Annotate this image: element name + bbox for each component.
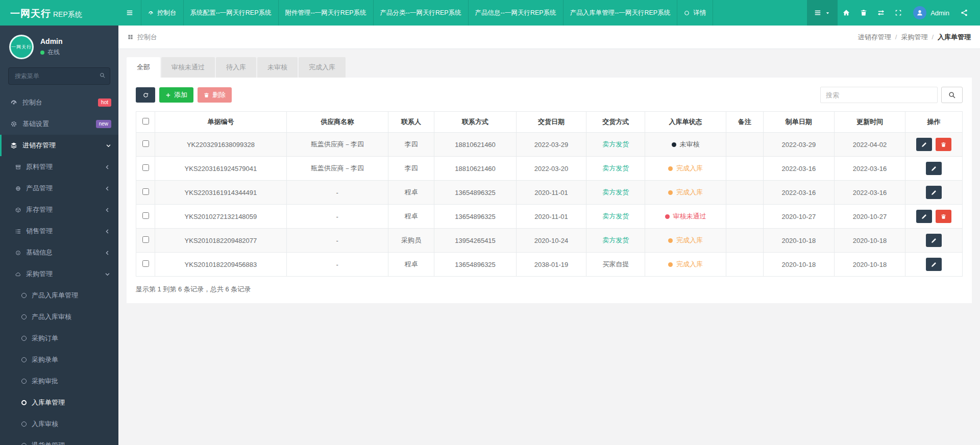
sidebar-item-stock-mgmt[interactable]: 库存管理 (0, 199, 118, 220)
topbar-tab-system-config[interactable]: 系统配置--一网天行REP系统 (183, 0, 278, 26)
user-icon (916, 9, 923, 16)
profile-section: 一网天行 Admin 在线 (0, 26, 118, 66)
edit-button[interactable] (926, 162, 942, 175)
cell-contact: 程卓 (388, 181, 434, 205)
filter-tab-to-inbound[interactable]: 待入库 (216, 57, 256, 78)
menu-label: 基础信息 (26, 248, 53, 257)
topbar-tab-detail[interactable]: 详情 (677, 0, 713, 26)
cell-remark (726, 253, 763, 277)
user-menu[interactable]: Admin (907, 6, 955, 19)
share-button[interactable] (955, 0, 973, 26)
cell-remark (726, 181, 763, 205)
edit-button[interactable] (916, 138, 932, 151)
delete-button[interactable]: 删除 (198, 87, 232, 103)
home-button[interactable] (838, 0, 855, 26)
col-remark: 备注 (726, 112, 763, 133)
row-checkbox[interactable] (142, 212, 149, 219)
edit-button[interactable] (926, 186, 942, 199)
edit-button[interactable] (916, 210, 932, 223)
sidebar-item-product-inbound-order-mgmt[interactable]: 产品入库单管理 (0, 285, 118, 306)
sidebar-item-raw-material-mgmt[interactable]: 原料管理 (0, 156, 118, 178)
cube-icon (15, 207, 21, 213)
search-button[interactable] (941, 87, 963, 103)
sidebar-item-product-inbound-review[interactable]: 产品入库审核 (0, 306, 118, 328)
menu-label: 采购审批 (32, 377, 58, 386)
menu-label: 入库审核 (32, 419, 58, 429)
row-checkbox[interactable] (142, 164, 149, 171)
cell-created: 2020-10-18 (763, 253, 834, 277)
sidebar-item-product-mgmt[interactable]: 产品管理 (0, 178, 118, 199)
cell-supplier: - (286, 253, 388, 277)
row-checkbox[interactable] (142, 140, 149, 147)
row-checkbox[interactable] (142, 236, 149, 243)
topbar-tab-console[interactable]: 控制台 (141, 0, 183, 26)
clear-cache-button[interactable] (855, 0, 872, 26)
menu-icon (814, 9, 821, 16)
sidebar-item-basic-info[interactable]: 基础信息 (0, 242, 118, 263)
filter-tab-all[interactable]: 全部 (127, 57, 160, 78)
edit-button[interactable] (926, 234, 942, 247)
sidebar: 一网天行 Admin 在线 控制台 hot 基础设置 (0, 26, 118, 445)
sidebar-item-basic-settings[interactable]: 基础设置 new (0, 113, 118, 135)
cell-delivery-method: 卖方发货 (586, 133, 645, 157)
sidebar-item-inventory-mgmt[interactable]: 进销存管理 (0, 135, 118, 156)
select-all-checkbox[interactable] (142, 118, 149, 125)
row-delete-button[interactable] (936, 210, 951, 223)
sidebar-toggle-button[interactable] (118, 0, 141, 26)
col-delivery-method: 交货方式 (586, 112, 645, 133)
topbar-tab-inbound-order-mgmt[interactable]: 产品入库单管理--一网天行REP系统 (563, 0, 677, 26)
row-delete-button[interactable] (936, 138, 951, 151)
sidebar-item-inbound-review[interactable]: 入库审核 (0, 413, 118, 435)
tab-label: 详情 (693, 9, 706, 17)
breadcrumb-item[interactable]: 进销存管理 (858, 33, 891, 42)
cell-updated: 2022-03-16 (834, 181, 905, 205)
online-status: 在线 (40, 48, 63, 57)
layout-menu-dropdown[interactable] (807, 0, 838, 26)
table-search-input[interactable] (820, 87, 938, 103)
menu-label: 产品入库审核 (32, 312, 71, 322)
row-checkbox[interactable] (142, 260, 149, 267)
cell-phone: 18810621460 (434, 133, 516, 157)
cell-status: 审核未通过 (645, 205, 726, 229)
home-icon (843, 9, 850, 16)
topbar-tab-product-category[interactable]: 产品分类--一网天行REP系统 (373, 0, 468, 26)
filter-tab-unreviewed[interactable]: 未审核 (257, 57, 298, 78)
menu-label: 进销存管理 (22, 141, 56, 150)
topbar-tab-attachment-mgmt[interactable]: 附件管理--一网天行REP系统 (278, 0, 373, 26)
online-dot-icon (40, 51, 44, 55)
sidebar-item-purchase-approval[interactable]: 采购审批 (0, 370, 118, 392)
sidebar-item-dashboard[interactable]: 控制台 hot (0, 92, 118, 113)
row-checkbox[interactable] (142, 188, 149, 195)
sidebar-item-sales-mgmt[interactable]: 销售管理 (0, 220, 118, 242)
filter-tab-inbound-done[interactable]: 完成入库 (299, 57, 346, 78)
menu-search-input[interactable] (8, 67, 110, 85)
cell-supplier: - (286, 205, 388, 229)
breadcrumb-separator: / (932, 33, 934, 41)
app-root: 一网天行 REP系统 控制台 系统配置--一网天行REP系统 附件管理--一网天… (0, 26, 980, 445)
menu-label: 产品管理 (26, 184, 53, 193)
fullscreen-button[interactable] (890, 0, 907, 26)
sidebar-item-purchase-order[interactable]: 采购订单 (0, 328, 118, 349)
sidebar-item-inbound-order-mgmt[interactable]: 入库单管理 (0, 392, 118, 413)
logo-suffix: REP系统 (53, 10, 82, 19)
chevron-left-icon (105, 164, 110, 170)
add-button[interactable]: 添加 (159, 87, 193, 103)
edit-button[interactable] (926, 258, 942, 271)
filter-tab-review-failed[interactable]: 审核未通过 (161, 57, 215, 78)
refresh-button[interactable] (136, 87, 155, 103)
menu-search (8, 67, 110, 85)
cell-status: 完成入库 (645, 181, 726, 205)
sidebar-item-purchase-entry[interactable]: 采购录单 (0, 349, 118, 370)
profile-avatar[interactable]: 一网天行 (9, 35, 34, 59)
exchange-button[interactable] (872, 0, 890, 26)
search-icon (100, 72, 105, 78)
menu-label: 销售管理 (26, 227, 53, 236)
profile-info: Admin 在线 (40, 37, 63, 57)
sidebar-item-purchase-mgmt[interactable]: 采购管理 (0, 263, 118, 285)
chevron-down-icon (105, 271, 110, 277)
topbar-tab-product-info[interactable]: 产品信息--一网天行REP系统 (468, 0, 563, 26)
sidebar-item-return-order-mgmt[interactable]: 退货单管理 (0, 435, 118, 445)
col-phone: 联系方式 (434, 112, 516, 133)
breadcrumb-item[interactable]: 采购管理 (901, 33, 927, 42)
cell-delivery-date: 2020-10-24 (516, 229, 586, 253)
